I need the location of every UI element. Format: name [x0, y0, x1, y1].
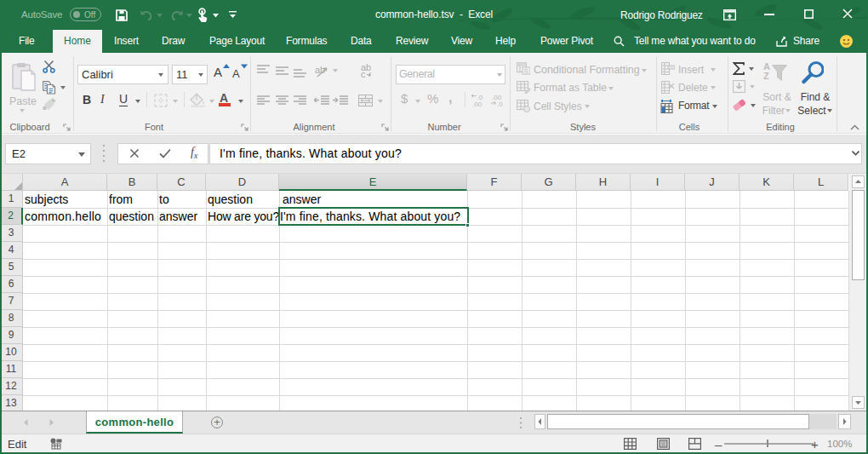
- svg-text:.00: .00: [472, 101, 483, 107]
- svg-text:.0: .0: [497, 101, 503, 107]
- svg-text:ab: ab: [315, 65, 325, 75]
- svg-text:c: c: [361, 69, 366, 78]
